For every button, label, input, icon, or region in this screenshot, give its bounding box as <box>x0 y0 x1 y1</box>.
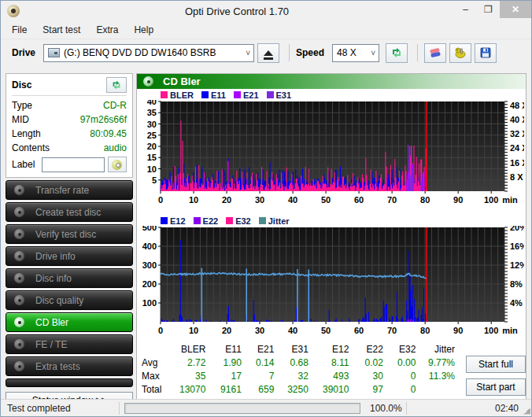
disc-icon <box>14 207 24 217</box>
disc-icon <box>14 339 24 349</box>
refresh-arrows-icon <box>390 46 403 59</box>
save-floppy-icon <box>479 46 492 59</box>
sidebar-item-verify-test-disc[interactable]: Verify test disc <box>6 224 133 244</box>
row-label: Avg <box>139 356 165 369</box>
start-full-button[interactable]: Start full <box>466 356 526 373</box>
svg-text:40: 40 <box>288 195 297 205</box>
results-area: BLERE11E21E31E12E22E32JitterAvg2.721.900… <box>139 342 526 396</box>
resize-grip-icon[interactable] <box>519 400 532 417</box>
disc-icon <box>14 185 24 195</box>
legend-item-e12: E12 <box>161 216 186 226</box>
table-row: Total130709161659325039010970 <box>139 382 455 396</box>
sidebar-item-label: Verify test disc <box>35 229 96 240</box>
sidebar-item-create-test-disc[interactable]: Create test disc <box>6 202 133 222</box>
eject-button[interactable] <box>257 43 279 63</box>
legend-swatch <box>267 91 274 98</box>
cd-icon <box>143 76 153 87</box>
label-input[interactable] <box>42 157 105 172</box>
field-value: audio <box>104 141 127 155</box>
table-cell: 0.02 <box>349 356 382 369</box>
field-value: CD-R <box>103 98 127 113</box>
menu-item-file[interactable]: File <box>12 24 27 35</box>
svg-text:500: 500 <box>142 226 157 232</box>
disc-icon <box>14 317 24 327</box>
menu-item-help[interactable]: Help <box>134 24 153 35</box>
speed-select[interactable]: 48 X ˅ <box>332 44 379 62</box>
chevron-down-icon: ˅ <box>371 49 375 57</box>
status-text: Test completed <box>1 403 119 414</box>
svg-text:70: 70 <box>387 195 397 205</box>
minimize-button[interactable]: – <box>454 1 477 18</box>
legend-swatch <box>259 217 266 224</box>
chevron-down-icon: ˅ <box>246 49 250 57</box>
menu-bar: FileStart testExtraHelp <box>1 21 531 39</box>
sidebar-item-disc-quality[interactable]: Disc quality <box>6 290 133 310</box>
legend-item-e21: E21 <box>234 90 259 100</box>
svg-text:16%: 16% <box>510 242 524 251</box>
disc-refresh-button[interactable] <box>106 77 127 93</box>
svg-text:35: 35 <box>147 108 157 117</box>
drive-icon <box>48 48 60 57</box>
col-header-bler: BLER <box>165 342 206 356</box>
svg-text:50: 50 <box>321 195 331 205</box>
table-cell: 8.11 <box>308 356 349 369</box>
results-table: BLERE11E21E31E12E22E32JitterAvg2.721.900… <box>139 342 455 396</box>
duck-icon <box>454 46 467 59</box>
table-cell: 9161 <box>205 382 241 396</box>
erase-disc-button[interactable] <box>424 43 446 63</box>
svg-text:70: 70 <box>387 326 397 335</box>
legend-item-bler: BLER <box>161 90 194 100</box>
menu-item-extra[interactable]: Extra <box>96 24 118 35</box>
status-bar: Test completed 100.0% 02:40 <box>1 399 532 416</box>
sidebar-item-transfer-rate[interactable]: Transfer rate <box>6 180 133 200</box>
sidebar-item-label: Disc quality <box>35 295 83 306</box>
sidebar-item-cd-bler[interactable]: CD Bler <box>6 312 133 332</box>
sidebar-item-label: FE / TE <box>35 339 67 350</box>
speed-select-value: 48 X <box>337 47 357 58</box>
table-cell: 2.72 <box>165 356 206 369</box>
disc-field-contents: Contentsaudio <box>12 141 127 155</box>
drive-label: Drive <box>12 47 35 58</box>
label-disc-button[interactable] <box>108 157 127 172</box>
disc-icon <box>14 229 24 239</box>
field-label: Length <box>12 127 41 141</box>
svg-text:80: 80 <box>420 195 430 205</box>
svg-text:min: min <box>502 195 518 205</box>
cd-icon <box>112 160 122 170</box>
utility-button[interactable] <box>449 43 471 63</box>
main-header-title: CD Bler <box>163 76 201 87</box>
sidebar-item-fe-te[interactable]: FE / TE <box>6 334 133 354</box>
svg-text:20: 20 <box>222 195 231 205</box>
table-cell: 0.14 <box>242 356 275 369</box>
menu-item-start-test[interactable]: Start test <box>42 24 80 35</box>
sidebar-filler <box>6 378 133 387</box>
col-header-e12: E12 <box>308 342 349 356</box>
maximize-button[interactable]: ❐ <box>477 1 500 18</box>
svg-text:25: 25 <box>147 131 157 140</box>
sidebar-item-drive-info[interactable]: Drive info <box>6 246 133 266</box>
legend-item-e31: E31 <box>267 90 292 100</box>
sidebar-item-label: Disc info <box>35 273 72 284</box>
sidebar-item-disc-info[interactable]: Disc info <box>6 268 133 288</box>
statusbar-separator <box>406 402 407 415</box>
drive-select[interactable]: (G:) BENQ DVD DD DW1640 BSRB ˅ <box>43 44 254 62</box>
svg-text:60: 60 <box>354 195 364 205</box>
row-label: Max <box>139 369 165 382</box>
svg-text:100: 100 <box>484 195 498 205</box>
svg-text:10: 10 <box>147 164 157 174</box>
refresh-button[interactable] <box>386 43 408 63</box>
save-button[interactable] <box>475 43 497 63</box>
table-cell: 97 <box>349 382 382 396</box>
sidebar-item-extra-tests[interactable]: Extra tests <box>6 356 133 376</box>
svg-text:5: 5 <box>152 175 157 185</box>
svg-text:min: min <box>502 326 518 335</box>
progress-percent: 100.0% <box>365 403 406 414</box>
svg-text:0: 0 <box>158 195 163 205</box>
table-cell: 35 <box>165 369 206 382</box>
svg-text:8 X: 8 X <box>510 172 523 182</box>
svg-text:20%: 20% <box>510 226 524 232</box>
e12-jitter-chart: 1002003004005004%8%12%16%20%010203040506… <box>137 226 524 336</box>
close-button[interactable]: ✕ <box>500 1 531 18</box>
field-value: 80:09.45 <box>90 127 127 141</box>
start-part-button[interactable]: Start part <box>466 378 526 396</box>
